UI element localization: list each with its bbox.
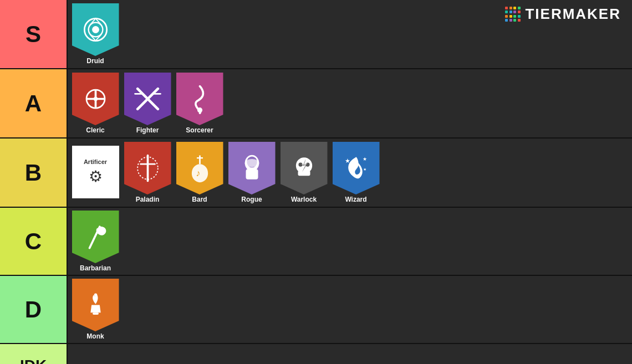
cleric-badge — [72, 73, 119, 125]
fighter-icon — [132, 84, 163, 114]
tier-label-a: A — [0, 69, 67, 137]
svg-point-32 — [94, 293, 97, 296]
warlock-badge — [281, 142, 328, 194]
tier-label-d: D — [0, 276, 67, 343]
barbarian-name: Barbarian — [80, 264, 111, 272]
tier-row-d: D Monk — [0, 276, 632, 344]
wizard-name: Wizard — [345, 196, 366, 203]
class-fighter[interactable]: Fighter — [123, 73, 172, 134]
monk-icon — [80, 290, 111, 320]
warlock-icon — [289, 153, 319, 183]
class-bard[interactable]: ♪ Bard — [175, 142, 225, 203]
sorcerer-badge — [176, 73, 223, 125]
tiermaker-logo-grid — [505, 7, 521, 22]
svg-text:★: ★ — [362, 156, 366, 162]
fighter-name: Fighter — [136, 126, 159, 134]
svg-point-22 — [244, 159, 259, 167]
sorcerer-name: Sorcerer — [186, 126, 213, 134]
paladin-icon — [132, 153, 163, 183]
class-warlock[interactable]: Warlock — [279, 142, 329, 203]
class-sorcerer[interactable]: Sorcerer — [175, 73, 225, 134]
paladin-name: Paladin — [136, 196, 160, 203]
svg-rect-31 — [93, 312, 99, 315]
tiermaker-header: TiERMAKER — [505, 6, 621, 23]
svg-point-2 — [92, 26, 99, 33]
warlock-name: Warlock — [291, 196, 317, 203]
barbarian-icon — [80, 222, 111, 252]
tier-row-idk: IDK — [0, 344, 632, 364]
monk-badge — [72, 279, 119, 331]
svg-point-6 — [93, 97, 97, 101]
barbarian-badge — [72, 211, 119, 263]
svg-rect-21 — [246, 169, 258, 179]
svg-point-11 — [197, 107, 202, 112]
class-wizard[interactable]: ★ ★ ★ Wizard — [331, 142, 381, 203]
tier-items-c: Barbarian — [67, 208, 632, 275]
wizard-icon: ★ ★ ★ — [341, 153, 371, 183]
svg-rect-24 — [298, 171, 310, 176]
tier-label-s: S — [0, 0, 67, 68]
monk-name: Monk — [86, 332, 104, 340]
tier-items-a: Cleric Fighter — [67, 69, 632, 137]
druid-badge — [72, 3, 119, 56]
bard-icon: ♪ — [185, 153, 215, 183]
druid-icon — [80, 14, 111, 45]
wizard-badge: ★ ★ ★ — [333, 142, 380, 194]
bard-name: Bard — [192, 196, 207, 203]
class-barbarian[interactable]: Barbarian — [70, 211, 120, 272]
rogue-name: Rogue — [241, 196, 262, 203]
class-druid[interactable]: Druid — [70, 3, 120, 65]
tier-row-a: A Cleric — [0, 69, 632, 139]
fighter-badge — [124, 73, 171, 125]
rogue-badge — [228, 142, 276, 194]
druid-name: Druid — [86, 57, 104, 65]
tier-label-c: C — [0, 208, 67, 275]
class-paladin[interactable]: Paladin — [123, 142, 172, 203]
class-cleric[interactable]: Cleric — [70, 73, 120, 134]
tier-items-d: Monk — [67, 276, 632, 343]
tier-container: S Druid A — [0, 0, 632, 364]
svg-text:★: ★ — [363, 167, 366, 172]
artificer-badge: Artificer ⚙ — [72, 146, 119, 198]
tier-items-b: Artificer ⚙ Paladin — [67, 139, 632, 207]
tier-row-b: B Artificer ⚙ — [0, 139, 632, 208]
svg-text:★: ★ — [345, 157, 350, 164]
tiermaker-title: TiERMAKER — [525, 6, 621, 23]
class-artificer[interactable]: Artificer ⚙ — [70, 146, 120, 199]
cleric-name: Cleric — [86, 126, 104, 134]
tier-row-c: C Barbarian — [0, 208, 632, 276]
sorcerer-icon — [185, 84, 215, 114]
cleric-icon — [80, 84, 111, 114]
artificer-gear-icon: ⚙ — [89, 167, 103, 186]
paladin-badge — [124, 142, 171, 194]
tier-items-idk — [67, 344, 632, 364]
rogue-icon — [237, 153, 267, 183]
artificer-text: Artificer — [84, 158, 107, 165]
class-rogue[interactable]: Rogue — [227, 142, 277, 203]
svg-text:♪: ♪ — [196, 168, 200, 178]
class-monk[interactable]: Monk — [70, 279, 120, 340]
bard-badge: ♪ — [176, 142, 223, 194]
tier-label-b: B — [0, 139, 67, 207]
tier-label-idk: IDK — [0, 344, 67, 364]
